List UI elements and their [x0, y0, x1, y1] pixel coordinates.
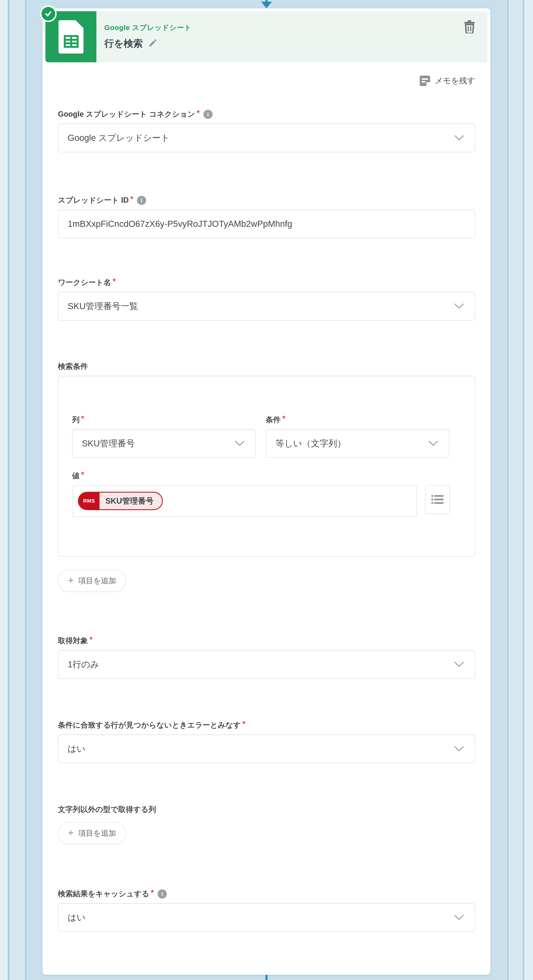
node-title: 行を検索 [104, 37, 143, 50]
field-spreadsheet-id: スプレッドシート ID * i 1mBXxpFiCncdO67zX6y-P5vy… [58, 195, 475, 238]
cache-results-label: 検索結果をキャッシュする [58, 889, 149, 899]
variable-picker-button[interactable] [425, 485, 450, 514]
target-label: 取得対象 [58, 636, 88, 646]
info-icon[interactable]: i [158, 889, 167, 899]
field-error-if-not-found: 条件に合致する行が見つからないときエラーとみなす * はい [58, 720, 475, 763]
worksheet-name-label: ワークシート名 [58, 277, 111, 288]
required-asterisk: * [242, 720, 245, 729]
spreadsheet-id-input[interactable]: 1mBXxpFiCncdO67zX6y-P5vyRoJTJOTyAMb2wPpM… [58, 210, 475, 238]
field-connection: Google スプレッドシート コネクション * i Google スプレッドシ… [58, 109, 475, 152]
spreadsheet-id-label: スプレッドシート ID [58, 195, 128, 205]
status-check-badge [40, 5, 57, 22]
add-non-string-column-button-label: 項目を追加 [78, 828, 116, 838]
plus-icon: + [68, 828, 74, 838]
condition-column-block: 列 * SKU管理番号 [72, 415, 256, 458]
node-card-google-sheets-search-row: Google スプレッドシート 行を検索 [43, 8, 490, 975]
canvas-stripe-left-divider-1 [8, 0, 10, 980]
spreadsheet-id-value: 1mBXxpFiCncdO67zX6y-P5vyRoJTJOTyAMb2wPpM… [68, 219, 292, 229]
target-select[interactable]: 1行のみ [58, 650, 475, 679]
canvas-stripe-right-divider-2 [507, 0, 509, 980]
plus-icon: + [68, 575, 74, 585]
node-header: Google スプレッドシート 行を検索 [45, 11, 487, 62]
condition-value-block: 値 * RMS SKU管理番号 [72, 471, 450, 517]
field-non-string-columns: 文字列以外の型で取得する列 + 項目を追加 [58, 804, 475, 844]
operator-label: 条件 [266, 415, 281, 425]
connection-label: Google スプレッドシート コネクション [58, 109, 195, 119]
non-string-columns-label: 文字列以外の型で取得する列 [58, 804, 156, 815]
column-select[interactable]: SKU管理番号 [72, 429, 256, 458]
cache-results-select-value: はい [68, 912, 86, 923]
memo-button[interactable]: メモを残す [420, 75, 475, 86]
check-icon [44, 10, 52, 18]
target-select-value: 1行のみ [68, 659, 99, 670]
app-name: Google スプレッドシート [104, 23, 487, 32]
add-condition-button[interactable]: + 項目を追加 [58, 570, 126, 592]
list-icon [431, 495, 444, 504]
cache-results-select[interactable]: はい [58, 903, 475, 932]
canvas-stripe-right-inner [509, 0, 523, 980]
connection-select-value: Google スプレッドシート [68, 132, 170, 144]
memo-note-icon [420, 76, 430, 86]
required-asterisk: * [151, 888, 154, 897]
required-asterisk: * [197, 109, 200, 118]
add-condition-button-label: 項目を追加 [78, 576, 116, 586]
flow-connector-arrow-icon [261, 0, 272, 8]
required-asterisk: * [81, 470, 84, 479]
field-add-condition: + 項目を追加 [58, 570, 475, 592]
delete-node-trash-icon[interactable] [464, 20, 475, 33]
variable-tag-text: SKU管理番号 [100, 493, 162, 509]
canvas-stripe-left-outer [0, 0, 8, 980]
column-label: 列 [72, 415, 79, 425]
node-header-body: Google スプレッドシート 行を検索 [97, 11, 487, 62]
required-asterisk: * [282, 414, 285, 423]
variable-tag-source-badge: RMS [79, 493, 100, 509]
required-asterisk: * [130, 195, 133, 204]
google-sheets-icon [59, 20, 84, 54]
search-conditions-label: 検索条件 [58, 361, 88, 372]
error-if-not-found-label: 条件に合致する行が見つからないときエラーとみなす [58, 720, 241, 730]
condition-operator-block: 条件 * 等しい（文字列） [266, 415, 449, 458]
condition-value-input[interactable]: RMS SKU管理番号 [72, 485, 417, 517]
chevron-down-icon [454, 662, 464, 667]
search-conditions-group: 列 * SKU管理番号 条件 * [58, 376, 475, 557]
info-icon[interactable]: i [203, 110, 213, 119]
required-asterisk: * [81, 414, 84, 423]
variable-tag[interactable]: RMS SKU管理番号 [78, 492, 163, 510]
field-target: 取得対象 * 1行のみ [58, 636, 475, 679]
chevron-down-icon [235, 441, 244, 446]
required-asterisk: * [89, 635, 92, 644]
chevron-down-icon [454, 304, 464, 309]
column-select-value: SKU管理番号 [82, 438, 135, 449]
value-label: 値 [72, 471, 79, 481]
info-icon[interactable]: i [137, 196, 146, 205]
error-if-not-found-select[interactable]: はい [58, 734, 475, 763]
required-asterisk: * [113, 277, 116, 286]
flow-connector-line [265, 974, 268, 980]
operator-select-value: 等しい（文字列） [276, 438, 346, 449]
add-non-string-column-button[interactable]: + 項目を追加 [58, 822, 126, 844]
canvas-stripe-right-divider-1 [523, 0, 524, 980]
operator-select[interactable]: 等しい（文字列） [266, 429, 449, 458]
canvas-stripe-left-divider-2 [25, 0, 27, 980]
chevron-down-icon [428, 441, 438, 446]
chevron-down-icon [454, 135, 464, 141]
edit-title-pencil-icon[interactable] [148, 39, 157, 48]
chevron-down-icon [454, 746, 464, 751]
field-search-conditions: 検索条件 列 * SKU管理番号 [58, 361, 475, 557]
canvas-stripe-right-outer [524, 0, 533, 980]
canvas-stripe-left-inner [10, 0, 25, 980]
connection-select[interactable]: Google スプレッドシート [58, 124, 475, 152]
memo-button-label: メモを残す [435, 75, 475, 86]
chevron-down-icon [454, 915, 464, 920]
worksheet-name-select-value: SKU管理番号一覧 [68, 300, 138, 312]
error-if-not-found-select-value: はい [68, 743, 86, 755]
field-worksheet-name: ワークシート名 * SKU管理番号一覧 [58, 277, 475, 321]
worksheet-name-select[interactable]: SKU管理番号一覧 [58, 292, 475, 321]
field-cache-results: 検索結果をキャッシュする * i はい [58, 889, 475, 932]
